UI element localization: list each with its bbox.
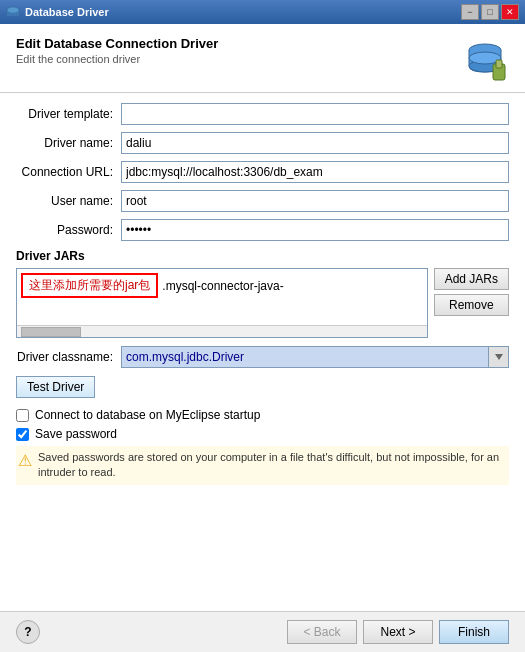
minimize-button[interactable]: − — [461, 4, 479, 20]
close-button[interactable]: ✕ — [501, 4, 519, 20]
classname-label: Driver classname: — [16, 350, 121, 364]
jars-row: 这里添加所需要的jar包 .mysql-connector-java- — [17, 269, 427, 300]
connect-startup-row: Connect to database on MyEclipse startup — [16, 408, 509, 422]
warning-box: ⚠ Saved passwords are stored on your com… — [16, 446, 509, 485]
save-password-label: Save password — [35, 427, 117, 441]
connect-startup-checkbox[interactable] — [16, 409, 29, 422]
dialog-subtitle: Edit the connection driver — [16, 53, 218, 65]
test-driver-row: Test Driver — [16, 376, 509, 398]
user-name-row: User name: — [16, 190, 509, 212]
test-driver-button[interactable]: Test Driver — [16, 376, 95, 398]
connection-url-row: Connection URL: — [16, 161, 509, 183]
user-name-label: User name: — [16, 194, 121, 208]
driver-template-select[interactable] — [121, 103, 509, 125]
user-name-input[interactable] — [121, 190, 509, 212]
dialog-body: Edit Database Connection Driver Edit the… — [0, 24, 525, 652]
title-bar-text: Database Driver — [25, 6, 109, 18]
jars-buttons: Add JARs Remove — [434, 268, 509, 316]
database-header-icon — [461, 36, 509, 84]
horizontal-scrollbar[interactable] — [17, 325, 427, 337]
classname-row: Driver classname: — [16, 346, 509, 368]
dropdown-arrow-icon — [495, 354, 503, 360]
dialog-content: Driver template: Driver name: Connection… — [0, 93, 525, 611]
footer-buttons: < Back Next > Finish — [287, 620, 509, 644]
add-jars-button[interactable]: Add JARs — [434, 268, 509, 290]
driver-name-input[interactable] — [121, 132, 509, 154]
classname-input[interactable] — [121, 346, 489, 368]
password-label: Password: — [16, 223, 121, 237]
save-password-checkbox[interactable] — [16, 428, 29, 441]
remove-button[interactable]: Remove — [434, 294, 509, 316]
header-text: Edit Database Connection Driver Edit the… — [16, 36, 218, 65]
warning-text: Saved passwords are stored on your compu… — [38, 450, 507, 481]
jars-container: 这里添加所需要的jar包 .mysql-connector-java- Add … — [16, 268, 509, 338]
password-row: Password: — [16, 219, 509, 241]
jars-list-wrapper: 这里添加所需要的jar包 .mysql-connector-java- — [16, 268, 428, 338]
connection-url-label: Connection URL: — [16, 165, 121, 179]
driver-name-label: Driver name: — [16, 136, 121, 150]
driver-template-select-wrapper — [121, 103, 509, 125]
svg-rect-6 — [496, 60, 502, 68]
driver-template-label: Driver template: — [16, 107, 121, 121]
finish-button[interactable]: Finish — [439, 620, 509, 644]
jar-connector-text: .mysql-connector-java- — [162, 279, 283, 293]
title-bar-buttons: − □ ✕ — [461, 4, 519, 20]
driver-name-row: Driver name: — [16, 132, 509, 154]
maximize-button[interactable]: □ — [481, 4, 499, 20]
connection-url-input[interactable] — [121, 161, 509, 183]
back-button[interactable]: < Back — [287, 620, 357, 644]
jar-red-text: 这里添加所需要的jar包 — [21, 273, 158, 298]
svg-marker-7 — [495, 354, 503, 360]
help-button[interactable]: ? — [16, 620, 40, 644]
warning-icon: ⚠ — [18, 451, 32, 470]
driver-template-row: Driver template: — [16, 103, 509, 125]
jars-section: 这里添加所需要的jar包 .mysql-connector-java- Add … — [16, 268, 509, 338]
title-bar: Database Driver − □ ✕ — [0, 0, 525, 24]
connect-startup-label: Connect to database on MyEclipse startup — [35, 408, 260, 422]
classname-input-wrapper — [121, 346, 509, 368]
classname-dropdown-button[interactable] — [489, 346, 509, 368]
scrollbar-thumb[interactable] — [21, 327, 81, 337]
next-button[interactable]: Next > — [363, 620, 433, 644]
driver-jars-label: Driver JARs — [16, 249, 509, 263]
dialog-footer: ? < Back Next > Finish — [0, 611, 525, 652]
title-bar-left: Database Driver — [6, 5, 109, 19]
password-input[interactable] — [121, 219, 509, 241]
dialog-header: Edit Database Connection Driver Edit the… — [0, 24, 525, 93]
app-icon — [6, 5, 20, 19]
dialog-title: Edit Database Connection Driver — [16, 36, 218, 51]
svg-rect-1 — [7, 10, 19, 16]
save-password-row: Save password — [16, 427, 509, 441]
